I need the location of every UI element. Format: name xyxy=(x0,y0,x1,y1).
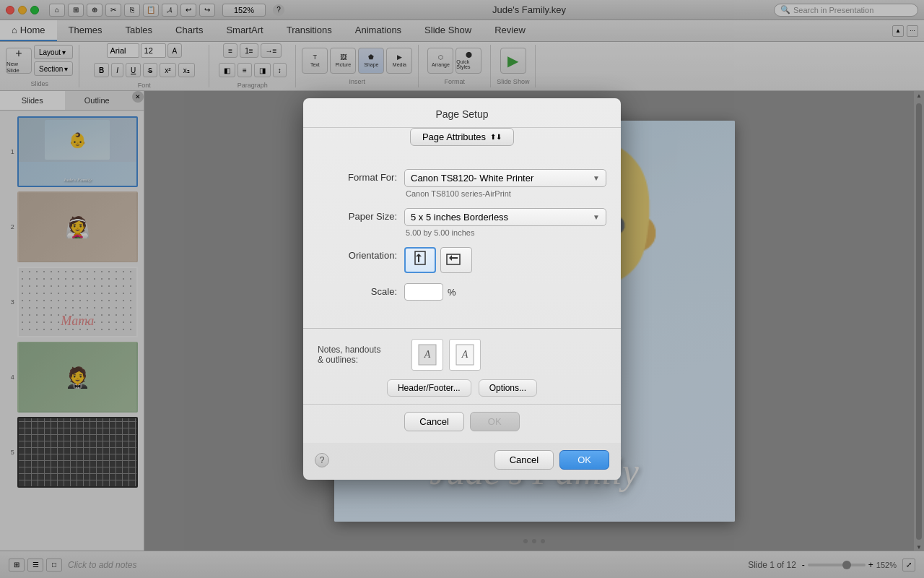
header-options-buttons: Header/Footer... Options... xyxy=(318,379,606,397)
orientation-row: Orientation: xyxy=(318,247,606,273)
svg-rect-4 xyxy=(452,257,458,259)
page-attributes-button[interactable]: Page Attributes ⬆⬇ xyxy=(410,128,514,146)
print-thumb-buttons: A A xyxy=(411,339,481,371)
page-attributes-chevron-icon: ⬆⬇ xyxy=(490,133,502,141)
header-footer-button[interactable]: Header/Footer... xyxy=(387,379,471,397)
print-thumb-1[interactable]: A xyxy=(411,339,443,371)
portrait-button[interactable] xyxy=(404,247,436,273)
svg-rect-3 xyxy=(447,254,460,264)
format-for-select[interactable]: Canon TS8120- White Printer ▼ xyxy=(404,169,606,187)
paper-size-sub: 5.00 by 5.00 inches xyxy=(404,228,606,237)
print-row: Notes, handouts& outlines: A A xyxy=(318,339,606,371)
format-for-label: Format For: xyxy=(318,169,404,183)
svg-marker-5 xyxy=(449,255,452,261)
ok2-button[interactable]: OK xyxy=(470,412,520,431)
print-section: Notes, handouts& outlines: A A xyxy=(303,339,621,404)
scale-row: Scale: 100 % xyxy=(318,283,606,301)
print-thumb-2[interactable]: A xyxy=(449,339,481,371)
orientation-label: Orientation: xyxy=(318,247,404,261)
cancel2-button[interactable]: Cancel xyxy=(404,412,463,431)
landscape-icon xyxy=(446,252,466,268)
scale-control: 100 % xyxy=(404,283,606,301)
page-attributes-section: Page Attributes ⬆⬇ xyxy=(303,128,621,146)
portrait-icon xyxy=(413,251,427,269)
paper-size-row: Paper Size: 5 x 5 inches Borderless ▼ 5.… xyxy=(318,208,606,237)
scale-input-row: 100 % xyxy=(404,283,606,301)
paper-size-value: 5 x 5 inches Borderless xyxy=(411,212,508,223)
paper-size-chevron-icon: ▼ xyxy=(593,213,600,221)
dialog-footer-main: ? Cancel OK xyxy=(303,443,621,480)
scale-unit: % xyxy=(448,287,456,298)
footer-buttons-bottom: Cancel OK xyxy=(346,412,578,431)
format-for-value: Canon TS8120- White Printer xyxy=(411,173,533,184)
format-for-chevron-icon: ▼ xyxy=(593,174,600,182)
help-button[interactable]: ? xyxy=(315,453,329,467)
format-for-control: Canon TS8120- White Printer ▼ Canon TS81… xyxy=(404,169,606,198)
svg-marker-2 xyxy=(416,254,422,256)
print-layout-2-icon: A xyxy=(455,343,475,366)
paper-size-select[interactable]: 5 x 5 inches Borderless ▼ xyxy=(404,208,606,226)
dialog-divider xyxy=(303,328,621,329)
scale-input[interactable]: 100 xyxy=(404,283,443,301)
orientation-control xyxy=(404,247,606,273)
format-for-row: Format For: Canon TS8120- White Printer … xyxy=(318,169,606,198)
notes-handouts-label: Notes, handouts& outlines: xyxy=(318,345,411,365)
page-setup-dialog: Page Setup Page Attributes ⬆⬇ Format For… xyxy=(303,98,621,480)
landscape-button[interactable] xyxy=(440,247,472,273)
page-attributes-label: Page Attributes xyxy=(422,131,486,142)
svg-text:A: A xyxy=(424,349,431,360)
dialog-body: Format For: Canon TS8120- White Printer … xyxy=(303,158,621,322)
svg-rect-0 xyxy=(415,251,425,264)
paper-size-control: 5 x 5 inches Borderless ▼ 5.00 by 5.00 i… xyxy=(404,208,606,237)
ok-button[interactable]: OK xyxy=(559,450,609,470)
paper-size-label: Paper Size: xyxy=(318,208,404,222)
svg-rect-1 xyxy=(418,256,419,262)
dialog-overlay: Page Setup Page Attributes ⬆⬇ Format For… xyxy=(0,0,924,578)
dialog-title: Page Setup xyxy=(303,98,621,128)
cancel-button[interactable]: Cancel xyxy=(494,450,554,470)
format-for-sub: Canon TS8100 series-AirPrint xyxy=(404,189,606,198)
svg-text:A: A xyxy=(461,349,468,360)
options-button[interactable]: Options... xyxy=(479,379,537,397)
print-layout-1-icon: A xyxy=(417,343,437,366)
dialog-footer-bottom: Cancel OK xyxy=(303,404,621,443)
orientation-buttons xyxy=(404,247,606,273)
scale-label: Scale: xyxy=(318,283,404,297)
footer-main-buttons: Cancel OK xyxy=(494,450,609,470)
